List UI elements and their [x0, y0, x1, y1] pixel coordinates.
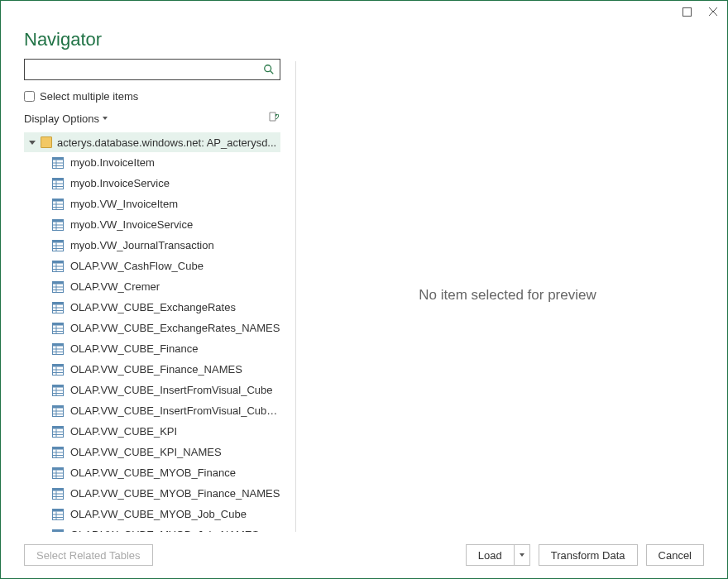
tree-item-label: OLAP.VW_CUBE_MYOB_Job_NAMES — [70, 529, 259, 532]
collapse-icon — [29, 141, 36, 145]
tree-item-label: OLAP.VW_CUBE_ExchangeRates — [70, 301, 236, 313]
table-icon — [52, 240, 64, 251]
search-box[interactable] — [24, 59, 280, 80]
table-icon — [52, 447, 64, 458]
tree-scroll[interactable]: acterys.database.windows.net: AP_acterys… — [24, 132, 280, 532]
svg-rect-76 — [53, 447, 64, 449]
tree-item[interactable]: myob.InvoiceService — [24, 173, 280, 194]
table-icon — [52, 157, 64, 169]
svg-rect-51 — [53, 343, 64, 346]
svg-rect-31 — [53, 261, 64, 263]
svg-rect-41 — [53, 302, 64, 304]
table-icon — [52, 302, 64, 313]
preview-message: No item selected for preview — [419, 287, 596, 304]
table-icon — [52, 281, 64, 293]
svg-rect-46 — [53, 323, 64, 325]
display-options-dropdown[interactable]: Display Options — [24, 112, 108, 125]
tree-item-label: OLAP.VW_CUBE_Finance — [70, 342, 198, 355]
tree-item[interactable]: OLAP.VW_CUBE_MYOB_Job_NAMES — [24, 524, 280, 532]
tree-item[interactable]: OLAP.VW_CUBE_ExchangeRates — [24, 297, 280, 318]
tree-item-label: OLAP.VW_Cremer — [70, 280, 160, 293]
tree-item[interactable]: myob.VW_JournalTransaction — [24, 235, 280, 256]
table-icon — [52, 467, 64, 479]
tree-item[interactable]: OLAP.VW_CUBE_InsertFromVisual_Cube_... — [24, 400, 280, 421]
select-multiple-row[interactable]: Select multiple items — [24, 90, 280, 103]
tree-item[interactable]: myob.VW_InvoiceItem — [24, 194, 280, 214]
svg-rect-81 — [53, 467, 64, 470]
svg-point-3 — [265, 65, 271, 72]
tree-item[interactable]: OLAP.VW_CUBE_Finance — [24, 338, 280, 359]
tree-root-node[interactable]: acterys.database.windows.net: AP_acterys… — [24, 132, 280, 152]
search-input[interactable] — [30, 64, 263, 76]
tree-item[interactable]: OLAP.VW_CUBE_MYOB_Job_Cube — [24, 504, 280, 524]
maximize-icon — [682, 7, 692, 17]
tree-item-label: myob.VW_JournalTransaction — [70, 239, 214, 251]
load-dropdown-button[interactable] — [514, 544, 530, 566]
select-multiple-checkbox[interactable] — [24, 91, 35, 102]
table-icon — [52, 426, 64, 438]
tree-item-label: OLAP.VW_CashFlow_Cube — [70, 260, 204, 272]
tree-view: acterys.database.windows.net: AP_acterys… — [24, 132, 280, 532]
tree-item[interactable]: OLAP.VW_CUBE_MYOB_Finance — [24, 462, 280, 483]
page-title: Navigator — [24, 29, 704, 50]
tree-items-container: myob.InvoiceItemmyob.InvoiceServicemyob.… — [24, 152, 280, 532]
options-row: Display Options — [24, 109, 280, 127]
tree-item[interactable]: myob.InvoiceItem — [24, 152, 280, 173]
table-icon — [52, 509, 64, 520]
tree-item-label: myob.InvoiceService — [70, 177, 170, 189]
load-split-button: Load — [466, 544, 530, 566]
tree-item-label: OLAP.VW_CUBE_ExchangeRates_NAMES — [70, 322, 280, 334]
svg-rect-96 — [53, 529, 64, 532]
search-icon — [263, 64, 275, 75]
svg-rect-6 — [53, 157, 64, 160]
svg-rect-61 — [53, 385, 64, 387]
left-panel: Select multiple items Display Options — [24, 59, 280, 532]
svg-rect-66 — [53, 405, 64, 408]
preview-panel: No item selected for preview — [311, 59, 704, 532]
tree-item[interactable]: OLAP.VW_CUBE_ExchangeRates_NAMES — [24, 318, 280, 338]
close-icon — [708, 7, 718, 17]
tree-item[interactable]: myob.VW_InvoiceService — [24, 214, 280, 235]
tree-item-label: OLAP.VW_CUBE_MYOB_Finance — [70, 467, 236, 479]
tree-item[interactable]: OLAP.VW_CUBE_KPI_NAMES — [24, 442, 280, 462]
body: Select multiple items Display Options — [1, 59, 727, 532]
tree-item-label: myob.InvoiceItem — [70, 156, 155, 169]
close-button[interactable] — [707, 6, 719, 17]
svg-rect-26 — [53, 240, 64, 242]
tree-item[interactable]: OLAP.VW_Cremer — [24, 276, 280, 297]
select-multiple-label: Select multiple items — [40, 90, 138, 103]
tree-item-label: OLAP.VW_CUBE_InsertFromVisual_Cube_... — [70, 404, 280, 417]
tree-item-label: OLAP.VW_CUBE_KPI_NAMES — [70, 446, 222, 458]
svg-line-4 — [271, 71, 274, 74]
tree-item[interactable]: OLAP.VW_CUBE_MYOB_Finance_NAMES — [24, 483, 280, 504]
table-icon — [52, 178, 64, 189]
header: Navigator — [1, 26, 727, 59]
refresh-button[interactable] — [267, 112, 280, 125]
table-icon — [52, 529, 64, 533]
cancel-button[interactable]: Cancel — [646, 544, 704, 566]
tree-item[interactable]: OLAP.VW_CUBE_KPI — [24, 421, 280, 442]
display-options-label: Display Options — [24, 112, 99, 125]
tree-item[interactable]: OLAP.VW_CUBE_Finance_NAMES — [24, 359, 280, 380]
tree-item-label: OLAP.VW_CUBE_InsertFromVisual_Cube — [70, 384, 272, 396]
tree-item-label: myob.VW_InvoiceItem — [70, 198, 178, 210]
tree-item[interactable]: OLAP.VW_CashFlow_Cube — [24, 256, 280, 276]
table-icon — [52, 323, 64, 334]
table-icon — [52, 219, 64, 231]
svg-rect-21 — [53, 219, 64, 222]
tree-item-label: OLAP.VW_CUBE_MYOB_Job_Cube — [70, 508, 247, 520]
tree-item[interactable]: OLAP.VW_CUBE_InsertFromVisual_Cube — [24, 380, 280, 400]
svg-rect-56 — [53, 364, 64, 366]
transform-data-button[interactable]: Transform Data — [539, 544, 638, 566]
refresh-icon — [267, 112, 280, 125]
maximize-button[interactable] — [681, 6, 692, 17]
table-icon — [52, 405, 64, 417]
table-icon — [52, 488, 64, 500]
footer: Select Related Tables Load Transform Dat… — [1, 532, 727, 578]
svg-rect-91 — [53, 509, 64, 511]
load-button[interactable]: Load — [466, 544, 514, 566]
svg-rect-36 — [53, 281, 64, 284]
vertical-divider — [295, 61, 296, 532]
select-related-tables-button[interactable]: Select Related Tables — [24, 544, 153, 566]
tree-root-label: acterys.database.windows.net: AP_acterys… — [57, 136, 280, 149]
